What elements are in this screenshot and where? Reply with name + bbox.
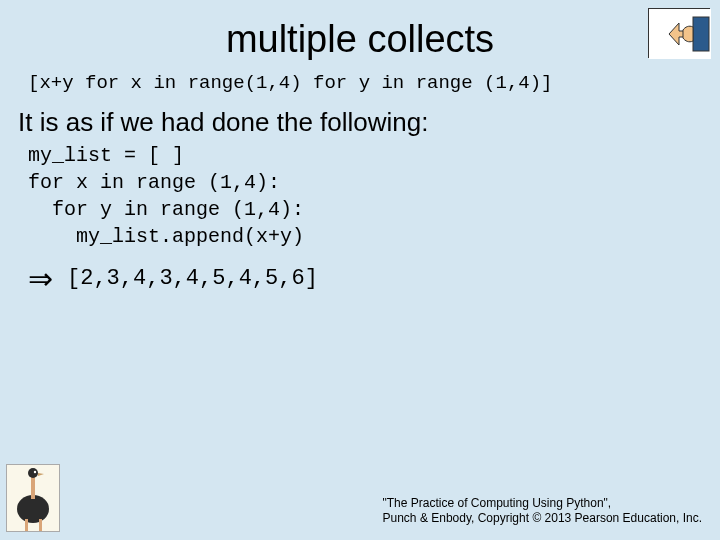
implies-arrow-icon: ⇒ [28, 264, 53, 294]
body-text: It is as if we had done the following: [0, 97, 720, 142]
footer-line-1: "The Practice of Computing Using Python"… [383, 496, 702, 511]
code-list-comprehension: [x+y for x in range(1,4) for y in range … [0, 71, 720, 97]
code-line-4: my_list.append(x+y) [28, 225, 304, 248]
code-line-3: for y in range (1,4): [28, 198, 304, 221]
code-expanded: my_list = [ ] for x in range (1,4): for … [0, 142, 720, 250]
code-line-1: my_list = [ ] [28, 144, 184, 167]
svg-rect-7 [25, 519, 28, 531]
svg-point-3 [17, 495, 49, 523]
pointing-hand-icon [648, 8, 710, 58]
slide: multiple collects [x+y for x in range(1,… [0, 0, 720, 540]
result-list: [2,3,4,3,4,5,4,5,6] [67, 266, 318, 291]
slide-title: multiple collects [0, 0, 720, 71]
ostrich-icon [6, 464, 60, 532]
svg-point-6 [34, 471, 36, 473]
svg-rect-1 [693, 17, 709, 51]
svg-rect-8 [39, 519, 42, 531]
footer-line-2: Punch & Enbody, Copyright © 2013 Pearson… [383, 511, 702, 526]
footer-copyright: "The Practice of Computing Using Python"… [383, 496, 702, 526]
code-line-2: for x in range (1,4): [28, 171, 280, 194]
result-row: ⇒ [2,3,4,3,4,5,4,5,6] [0, 250, 720, 294]
svg-point-5 [28, 468, 38, 478]
